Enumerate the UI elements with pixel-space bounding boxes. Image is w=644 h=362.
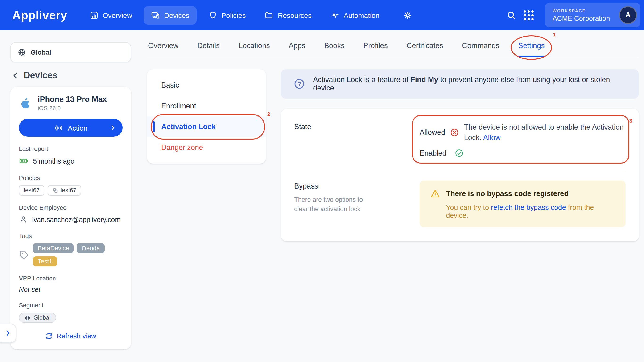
top-navbar: Applivery Overview Devices Policies	[0, 0, 644, 30]
device-os: iOS 26.0	[38, 105, 107, 112]
tab-certificates[interactable]: Certificates	[406, 38, 444, 56]
warning-prefix: You can try to	[446, 203, 491, 211]
vpp-value: Not set	[19, 286, 122, 293]
back-to-devices-link[interactable]: Devices	[11, 70, 131, 80]
policies-label: Policies	[19, 174, 122, 182]
activation-lock-card: State Allowed The device is not allowed …	[281, 109, 639, 241]
person-icon	[19, 215, 28, 224]
card-divider	[294, 170, 626, 170]
device-tabs: Overview Details Locations Apps Books Pr…	[147, 30, 639, 57]
nav-policies-label: Policies	[221, 11, 246, 19]
folder-icon	[264, 10, 274, 20]
tab-apps[interactable]: Apps	[288, 38, 306, 56]
main-content: Overview Details Locations Apps Books Pr…	[137, 30, 644, 362]
tab-details[interactable]: Details	[196, 38, 221, 56]
gear-icon[interactable]	[400, 7, 415, 23]
tab-commands[interactable]: Commands	[461, 38, 500, 56]
workspace-name: ACME Corporation	[552, 14, 610, 22]
nav-devices[interactable]: Devices	[144, 6, 196, 24]
tag-icon	[19, 250, 29, 260]
tab-settings[interactable]: Settings	[518, 38, 546, 56]
app-root: Applivery Overview Devices Policies	[0, 0, 644, 362]
primary-nav: Overview Devices Policies Resources	[82, 6, 386, 24]
warning-title: There is no bypass code registered	[446, 190, 568, 198]
tag-chip: Deuda	[77, 243, 105, 253]
policy-chip-label: test67	[24, 187, 40, 194]
chevron-left-icon	[11, 72, 19, 80]
action-button[interactable]: Action	[19, 119, 122, 137]
nav-automation-label: Automation	[344, 11, 380, 19]
broadcast-icon	[54, 123, 63, 132]
globe-icon	[18, 48, 26, 56]
x-circle-icon	[450, 128, 460, 137]
settings-nav-basic[interactable]: Basic	[147, 75, 266, 96]
action-button-label: Action	[68, 124, 87, 132]
search-icon[interactable]	[502, 6, 520, 24]
policy-chip: test67	[48, 185, 81, 196]
policy-chip-label: test67	[60, 187, 76, 194]
scope-selector[interactable]: Global	[10, 42, 131, 62]
enabled-label: Enabled	[420, 148, 450, 158]
settings-nav-enrollment[interactable]: Enrollment	[147, 96, 266, 116]
apps-grid-icon[interactable]	[520, 6, 538, 24]
state-allowed-line: Allowed The device is not allowed to ena…	[420, 122, 626, 143]
nav-automation[interactable]: Automation	[324, 6, 386, 24]
last-report-row: 5 months ago	[19, 156, 122, 166]
state-row: State Allowed The device is not allowed …	[294, 121, 626, 159]
settings-nav-activation-lock[interactable]: Activation Lock 2	[147, 116, 266, 137]
check-circle-icon	[454, 148, 464, 158]
workspace-eyebrow: WORKSPACE	[552, 8, 610, 13]
employee-row: ivan.sanchez@applivery.com	[19, 215, 122, 224]
tab-profiles[interactable]: Profiles	[362, 38, 389, 56]
info-banner-bold: Find My	[411, 76, 438, 84]
info-banner: ? Activation Lock is a feature of Find M…	[281, 69, 639, 98]
workspace-switcher[interactable]: WORKSPACE ACME Corporation A	[545, 3, 640, 27]
nav-policies[interactable]: Policies	[201, 6, 253, 24]
allow-link[interactable]: Allow	[483, 134, 501, 142]
activation-lock-panel: ? Activation Lock is a feature of Find M…	[281, 69, 639, 241]
device-sidebar: Global Devices iPhone 13 Pro Max iOS 26.…	[0, 30, 137, 362]
bypass-label: Bypass	[294, 182, 420, 190]
chevron-right-icon	[4, 330, 12, 337]
page-layout: Global Devices iPhone 13 Pro Max iOS 26.…	[0, 30, 644, 362]
tags-label: Tags	[19, 232, 122, 240]
tab-locations[interactable]: Locations	[238, 38, 271, 56]
info-banner-text: Activation Lock is a feature of Find My …	[313, 76, 626, 92]
state-enabled-line: Enabled	[420, 148, 626, 158]
segment-value: Global	[34, 314, 50, 321]
info-banner-prefix: Activation Lock is a feature of	[313, 76, 411, 84]
workspace-text: WORKSPACE ACME Corporation	[552, 8, 610, 22]
nav-resources-label: Resources	[278, 11, 312, 19]
warning-body: You can try to refetch the bypass code f…	[446, 203, 615, 219]
allowed-label: Allowed	[420, 127, 445, 138]
tag-chip: BetaDevice	[33, 243, 74, 253]
refresh-icon	[45, 332, 53, 340]
refetch-bypass-code-link[interactable]: refetch the bypass code	[491, 203, 566, 211]
state-values: Allowed The device is not allowed to ena…	[420, 121, 626, 159]
tags-row: BetaDevice Deuda Test1	[19, 243, 122, 266]
refresh-view-link[interactable]: Refresh view	[19, 332, 122, 340]
apple-icon	[19, 97, 32, 110]
device-title-block: iPhone 13 Pro Max iOS 26.0	[38, 95, 107, 112]
sidebar-expand-button[interactable]	[0, 324, 16, 343]
nav-overview[interactable]: Overview	[82, 6, 139, 24]
settings-nav-danger-zone[interactable]: Danger zone	[147, 137, 266, 158]
tab-books[interactable]: Books	[323, 38, 345, 56]
automation-icon	[330, 10, 340, 20]
tag-chips: BetaDevice Deuda Test1	[33, 243, 122, 266]
annotation-number-1: 1	[553, 32, 556, 37]
tab-overview[interactable]: Overview	[147, 38, 180, 56]
svg-text:?: ?	[298, 81, 301, 87]
nav-resources[interactable]: Resources	[258, 6, 318, 24]
segment-chip: Global	[19, 312, 56, 323]
chevron-right-icon	[110, 124, 116, 131]
active-indicator-bar	[153, 121, 155, 132]
globe-icon	[24, 315, 31, 321]
back-to-devices-label: Devices	[24, 70, 58, 80]
policy-icon	[52, 188, 58, 193]
refresh-view-label: Refresh view	[56, 332, 96, 340]
device-name: iPhone 13 Pro Max	[38, 95, 107, 104]
devices-icon	[151, 10, 160, 20]
app-logo[interactable]: Applivery	[12, 8, 67, 22]
device-summary-card: iPhone 13 Pro Max iOS 26.0 Action Last r…	[10, 87, 131, 349]
